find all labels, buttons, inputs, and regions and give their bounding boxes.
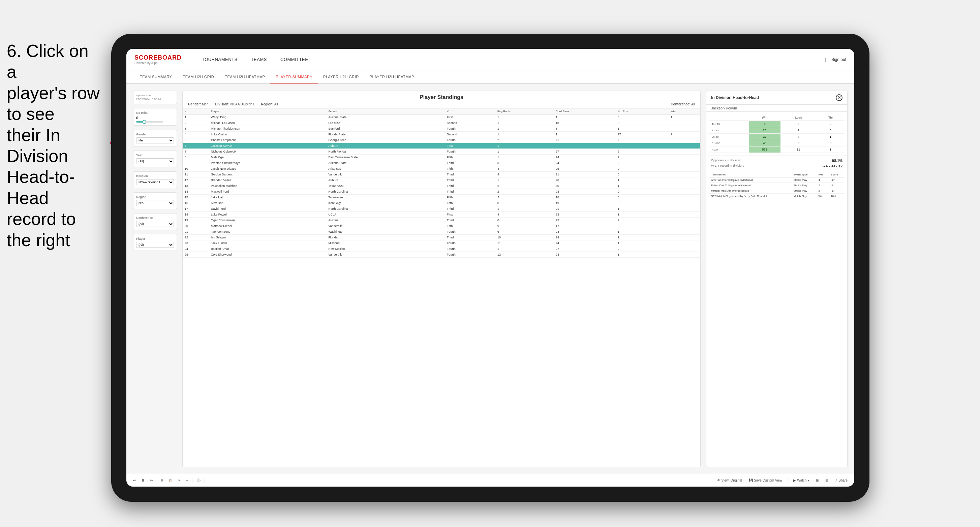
cell-win — [668, 189, 700, 195]
cell-num: 23 — [183, 240, 209, 246]
table-row[interactable]: 8 Mats Ege East Tennessee State Fifth 1 … — [183, 155, 700, 160]
table-row[interactable]: 19 Tiger Christensen Arizona Third 8 23 … — [183, 217, 700, 223]
cell-reg: 1 — [495, 126, 554, 132]
cell-yr: First — [445, 143, 495, 149]
cell-num: 18 — [183, 212, 209, 217]
clock-button[interactable]: 🕐 — [195, 478, 202, 483]
table-row[interactable]: 23 Jack Lundin Missouri Fourth 11 24 1 — [183, 240, 700, 246]
main-content: Update time: 27/03/2024 16:56:26 No Rds.… — [126, 84, 854, 474]
table-row[interactable]: 17 David Ford North Carolina Third 1 21 … — [183, 206, 700, 212]
nav-tournaments[interactable]: TOURNAMENTS — [195, 54, 244, 65]
h2h-row: 51-100 46 6 3 — [709, 140, 845, 146]
division-select[interactable]: NCAA Division I — [136, 179, 174, 185]
table-row[interactable]: 25 Cole Sherwood Vanderbilt Fourth 12 23… — [183, 252, 700, 258]
region-select[interactable]: N/A — [136, 200, 174, 206]
tab-team-h2h-grid[interactable]: TEAM H2H GRID — [178, 71, 220, 84]
table-row[interactable]: 7 Nicholas Gabrelcik North Florida Fourt… — [183, 149, 700, 155]
nav-committee[interactable]: COMMITTEE — [274, 54, 315, 65]
h2h-title: In Division Head-to-Head — [711, 95, 759, 100]
cell-win — [668, 149, 700, 155]
crop-button[interactable]: ✂ — [177, 478, 182, 483]
view-original-button[interactable]: 👁 View: Original — [716, 478, 744, 483]
pause-button[interactable]: ⏸ — [140, 478, 146, 483]
copy-button[interactable]: ⎘ — [160, 478, 164, 483]
tab-player-summary[interactable]: PLAYER SUMMARY — [270, 71, 318, 84]
cell-yr: Fifth — [445, 200, 495, 206]
share-button[interactable]: ↗ Share — [834, 478, 849, 483]
standings-header: Player Standings Gender: Men Division: N… — [183, 91, 700, 108]
t-col-pos: Pos — [816, 172, 829, 178]
table-row[interactable]: 24 Bastian Amat New Mexico Fourth 1 27 2 — [183, 246, 700, 252]
table-row[interactable]: 6 Jackson Koivun Auburn First 1 — [183, 143, 700, 149]
h2h-win: 46 — [749, 140, 781, 146]
col-school: School — [326, 108, 444, 114]
instruction-text: 6. Click on a player's row to see their … — [0, 34, 108, 257]
cell-reg: 1 — [495, 114, 554, 120]
table-row[interactable]: 18 Luke Powell UCLA First 4 24 1 — [183, 212, 700, 217]
cell-num: 5 — [183, 137, 209, 143]
cell-win — [668, 252, 700, 258]
standings-scroll[interactable]: # Player School Yr Reg Rank Conf Rank No… — [183, 108, 700, 258]
h2h-pct-value: 98.1% — [832, 159, 843, 163]
table-row[interactable]: 15 Jake Hall Tennessee Fifth 2 18 0 — [183, 195, 700, 200]
tablet-screen: SCOREBOARD Powered by clippi TOURNAMENTS… — [126, 49, 854, 487]
cell-player: Christo Lamprecht — [209, 137, 326, 143]
table-row[interactable]: 22 Ian Gilligan Florida Third 10 24 1 — [183, 235, 700, 240]
table-row[interactable]: 4 Luke Claton Florida State Second 1 1 2… — [183, 132, 700, 137]
cell-yr: Fifth — [445, 166, 495, 172]
table-row[interactable]: 12 Brendan Valles Auburn Third 1 20 1 — [183, 178, 700, 183]
year-select[interactable]: (All) — [136, 158, 174, 164]
gender-select[interactable]: Men — [136, 137, 174, 143]
tab-team-summary[interactable]: TEAM SUMMARY — [134, 71, 178, 84]
table-row[interactable]: 2 Michael La Sasso Ole Miss Second 1 18 … — [183, 120, 700, 126]
h2h-stats: Opponents in division: 98.1% W-L-T recor… — [706, 156, 847, 172]
table-row[interactable]: 11 Gordon Sargent Vanderbilt Third 4 21 … — [183, 172, 700, 178]
h2h-loss: 9 — [781, 127, 816, 134]
logo-area: SCOREBOARD Powered by clippi — [134, 54, 181, 65]
watch-button[interactable]: ▶ Watch ▾ — [792, 478, 810, 483]
cell-win — [668, 166, 700, 172]
save-custom-button[interactable]: 💾 Save Custom View — [748, 478, 784, 483]
layout-button[interactable]: ⊞ — [815, 478, 820, 483]
redo-button[interactable]: ↪ — [149, 478, 154, 483]
t-pos: Win — [816, 194, 829, 199]
add-button[interactable]: + — [185, 478, 189, 483]
close-button[interactable]: ✕ — [836, 94, 843, 101]
sub-nav: TEAM SUMMARY TEAM H2H GRID TEAM H2H HEAT… — [126, 70, 854, 84]
cell-yr: Fourth — [445, 137, 495, 143]
cell-player: Luke Claton — [209, 132, 326, 137]
tab-player-h2h-grid[interactable]: PLAYER H2H GRID — [318, 71, 364, 84]
table-row[interactable]: 1 Wenyi Ding Arizona State First 1 1 8 1 — [183, 114, 700, 120]
table-button[interactable]: ⊟ — [824, 478, 829, 483]
player-select[interactable]: (All) — [136, 242, 174, 248]
table-row[interactable]: 5 Christo Lamprecht Georgia Tech Fourth … — [183, 137, 700, 143]
table-row[interactable]: 13 Phichaksn Maichon Texas A&M Third 6 3… — [183, 183, 700, 189]
table-row[interactable]: 14 Maxwell Ford North Carolina Third 2 2… — [183, 189, 700, 195]
table-row[interactable]: 3 Michael Thorbjornsen Stanford Fourth 1… — [183, 126, 700, 132]
cell-win — [668, 235, 700, 240]
cell-conf: 24 — [554, 212, 616, 217]
table-row[interactable]: 21 Taehoon Song Washington Fourth 6 23 1 — [183, 229, 700, 235]
cell-win — [668, 126, 700, 132]
table-row[interactable]: 16 Alex Goff Kentucky Fifth 8 19 0 — [183, 200, 700, 206]
no-rds-slider[interactable] — [136, 121, 163, 122]
cell-reg: 12 — [495, 252, 554, 258]
cell-yr: Third — [445, 160, 495, 166]
table-row[interactable]: 10 Jacob New Diease Arkansas Fifth 4 25 … — [183, 166, 700, 172]
table-row[interactable]: 9 Preston Summerhays Arizona State Third… — [183, 160, 700, 166]
tab-player-h2h-heatmap[interactable]: PLAYER H2H HEATMAP — [364, 71, 420, 84]
sign-out-button[interactable]: Sign out — [831, 57, 846, 62]
t-score: -17 — [829, 178, 845, 183]
tab-team-h2h-heatmap[interactable]: TEAM H2H HEATMAP — [220, 71, 270, 84]
conference-select[interactable]: (All) — [136, 221, 174, 227]
cell-school: Arizona — [326, 217, 444, 223]
cell-num: 2 — [183, 120, 209, 126]
nav-teams[interactable]: TEAMS — [244, 54, 274, 65]
cell-rds: 27 — [616, 132, 668, 137]
t-score: 18-1 — [829, 194, 845, 199]
paste-button[interactable]: 📋 — [167, 478, 174, 483]
gender-section: Gender Men — [133, 130, 177, 146]
table-row[interactable]: 20 Matthew Riedel Vanderbilt Fifth 9 17 … — [183, 223, 700, 229]
undo-button[interactable]: ↩ — [132, 478, 137, 483]
cell-school: New Mexico — [326, 246, 444, 252]
